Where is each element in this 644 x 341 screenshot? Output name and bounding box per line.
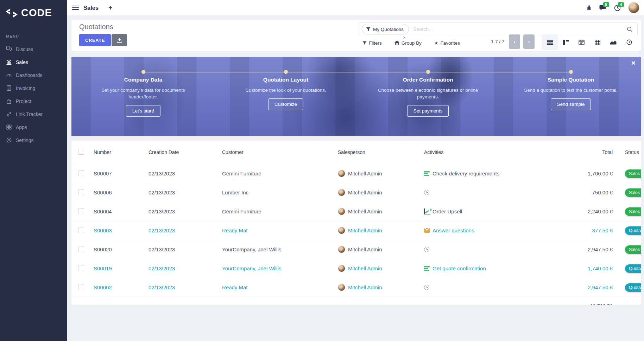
sidebar-item-sales[interactable]: Sales xyxy=(0,56,67,69)
table-row[interactable]: S00007 02/13/2023 Gemini Furniture Mitch… xyxy=(71,164,641,183)
messages-button[interactable]: 5 xyxy=(599,5,607,11)
customize-button[interactable]: Customize xyxy=(268,98,303,110)
group-by-button[interactable]: Group By xyxy=(394,40,422,46)
activity-icon[interactable] xyxy=(424,285,430,290)
cell-customer: Gemini Furniture xyxy=(222,202,337,221)
activity-icon[interactable] xyxy=(424,266,430,271)
status-badge: Quotation xyxy=(625,283,641,292)
sidebar-item-label: Apps xyxy=(16,124,27,130)
activity-label[interactable]: Order Upsell xyxy=(433,208,462,214)
sidebar-item-link-tracker[interactable]: Link Tracker xyxy=(0,108,67,121)
graph-view-button[interactable] xyxy=(605,34,621,50)
onboarding-step-company-data: Company Data Set your company's data for… xyxy=(87,77,200,117)
row-checkbox[interactable] xyxy=(78,284,84,290)
cell-number[interactable]: S00002 xyxy=(93,278,148,297)
lets-start-button[interactable]: Let's start! xyxy=(126,105,160,117)
cell-number[interactable]: S00020 xyxy=(93,240,148,259)
send-sample-button[interactable]: Send sample xyxy=(551,98,591,110)
sidebar-item-dashboards[interactable]: Dashboards xyxy=(0,69,67,82)
sidebar-item-discuss[interactable]: Discuss xyxy=(0,43,67,56)
cell-number[interactable]: S00006 xyxy=(93,183,148,202)
sidebar-item-settings[interactable]: Settings xyxy=(0,134,67,147)
column-header-total[interactable]: Total xyxy=(533,141,613,164)
cell-salesperson: Mitchell Admin xyxy=(348,284,382,290)
user-avatar[interactable] xyxy=(628,2,639,13)
search-icon[interactable] xyxy=(627,26,633,32)
table-row[interactable]: S00006 02/13/2023 Lumber Inc Mitchell Ad… xyxy=(71,183,641,202)
row-checkbox[interactable] xyxy=(78,208,84,214)
pager-next-button[interactable]: › xyxy=(523,34,535,49)
clock-icon xyxy=(424,247,429,252)
control-panel: Quotations CREATE My Quotations × Filter… xyxy=(71,20,641,51)
status-badge: Quotation xyxy=(625,264,641,273)
step-dot xyxy=(426,70,430,74)
calendar-view-button[interactable] xyxy=(574,34,589,50)
cell-number[interactable]: S00007 xyxy=(93,164,148,183)
cell-number[interactable]: S00003 xyxy=(93,221,148,240)
activity-icon[interactable] xyxy=(424,247,430,252)
cell-salesperson: Mitchell Admin xyxy=(348,189,382,195)
filters-button[interactable]: Filters xyxy=(362,40,382,46)
table-row[interactable]: S00020 02/13/2023 YourCompany, Joel Will… xyxy=(71,240,641,259)
search-bar[interactable]: My Quotations xyxy=(359,22,638,36)
search-input[interactable] xyxy=(412,26,627,32)
column-header-creation-date[interactable]: Creation Date xyxy=(148,141,222,164)
list-view-button[interactable] xyxy=(542,34,558,50)
onboarding-banner: Company Data Set your company's data for… xyxy=(71,57,641,136)
pivot-view-icon xyxy=(595,40,600,45)
activity-icon[interactable] xyxy=(424,171,430,176)
topbar-app-tab[interactable]: Sales xyxy=(83,5,99,11)
onboarding-step-quotation-layout: Quotation Layout Customize the look of y… xyxy=(229,77,342,110)
column-header-salesperson[interactable]: Salesperson xyxy=(337,141,424,164)
export-button[interactable] xyxy=(112,34,127,46)
favorites-button[interactable]: ★ Favorites xyxy=(434,40,460,46)
column-header-customer[interactable]: Customer xyxy=(222,141,337,164)
select-all-checkbox[interactable] xyxy=(78,149,84,155)
set-payments-button[interactable]: Set payments xyxy=(407,105,449,117)
cell-number[interactable]: S00019 xyxy=(93,259,148,278)
app-logo[interactable]: CODE xyxy=(0,0,67,19)
row-checkbox[interactable] xyxy=(78,246,84,252)
activity-icon[interactable] xyxy=(424,190,430,195)
search-facet[interactable]: My Quotations xyxy=(362,24,409,34)
messages-count-badge: 5 xyxy=(603,2,609,7)
table-row[interactable]: S00003 02/13/2023 Ready Mat Mitchell Adm… xyxy=(71,221,641,240)
view-switcher xyxy=(542,34,637,50)
activity-label[interactable]: Check delivery requirements xyxy=(433,170,499,176)
table-row[interactable]: S00002 02/13/2023 Ready Mat Mitchell Adm… xyxy=(71,278,641,297)
row-checkbox[interactable] xyxy=(78,170,84,176)
pivot-view-button[interactable] xyxy=(589,34,605,50)
table-row[interactable]: S00019 02/13/2023 YourCompany, Joel Will… xyxy=(71,259,641,278)
step-description: Choose between electronic signatures or … xyxy=(372,87,484,100)
logo-icon xyxy=(6,8,18,18)
cell-number[interactable]: S00004 xyxy=(93,202,148,221)
column-header-activities[interactable]: Activities xyxy=(424,141,533,164)
clock-icon xyxy=(424,190,429,195)
pager-prev-button[interactable]: ‹ xyxy=(509,34,520,49)
table-row[interactable]: S00004 02/13/2023 Gemini Furniture Mitch… xyxy=(71,202,641,221)
debug-button[interactable] xyxy=(586,5,592,11)
sidebar: CODE MENU Discuss Sales Dashboards Invoi… xyxy=(0,0,67,341)
activity-label[interactable]: Get quote confirmation xyxy=(433,265,486,271)
hamburger-menu-icon[interactable] xyxy=(72,6,79,10)
close-icon[interactable]: × xyxy=(631,59,636,66)
activities-button[interactable]: 4 xyxy=(614,5,621,11)
activity-icon[interactable] xyxy=(424,209,430,214)
cell-customer: Ready Mat xyxy=(222,221,337,240)
activity-label[interactable]: Answer questions xyxy=(433,227,474,233)
sidebar-item-project[interactable]: Project xyxy=(0,95,67,108)
create-button[interactable]: CREATE xyxy=(79,34,111,46)
table-footer-row: 12,708.50 xyxy=(71,297,641,305)
activity-icon[interactable] xyxy=(424,228,430,233)
sidebar-item-invoicing[interactable]: Invoicing xyxy=(0,82,67,95)
row-checkbox[interactable] xyxy=(78,227,84,233)
cell-creation-date: 02/13/2023 xyxy=(148,183,222,202)
column-header-status[interactable]: Status xyxy=(613,141,641,164)
row-checkbox[interactable] xyxy=(78,189,84,195)
activity-view-button[interactable] xyxy=(621,34,637,50)
sidebar-item-apps[interactable]: Apps xyxy=(0,121,67,134)
new-tab-button[interactable]: + xyxy=(108,4,112,12)
column-header-number[interactable]: Number xyxy=(93,141,148,164)
kanban-view-button[interactable] xyxy=(558,34,574,50)
row-checkbox[interactable] xyxy=(78,265,84,271)
